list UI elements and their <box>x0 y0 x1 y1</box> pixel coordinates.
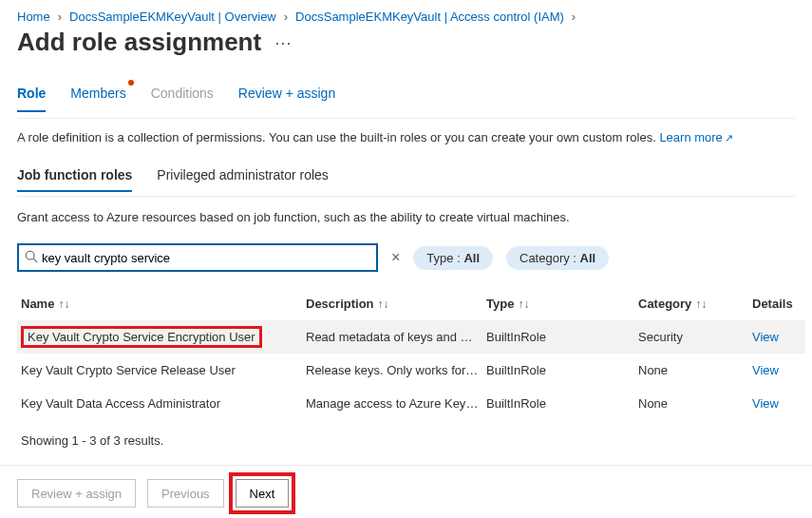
filter-type-value: All <box>463 251 480 265</box>
role-type-cell: BuiltInRole <box>482 387 634 420</box>
role-category-cell: None <box>634 354 748 387</box>
tab-members-label: Members <box>70 86 125 101</box>
role-description: A role definition is a collection of per… <box>17 130 795 144</box>
column-header-description[interactable]: Description ↑↓ <box>302 291 482 320</box>
results-count: Showing 1 - 3 of 3 results. <box>21 433 795 448</box>
column-header-category[interactable]: Category ↑↓ <box>634 291 748 320</box>
tab-conditions: Conditions <box>151 78 214 112</box>
role-name-cell: Key Vault Data Access Administrator <box>17 387 302 420</box>
job-function-description: Grant access to Azure resources based on… <box>17 210 795 224</box>
view-details-link[interactable]: View <box>752 396 779 411</box>
filter-type-label: Type : <box>426 251 463 265</box>
page-title: Add role assignment <box>17 28 261 57</box>
search-icon <box>25 250 38 266</box>
role-category-cell: Security <box>634 320 748 354</box>
role-type-tabs: Job function roles Privileged administra… <box>17 162 795 192</box>
clear-search-icon[interactable]: × <box>391 249 400 266</box>
review-assign-button: Review + assign <box>17 479 136 508</box>
role-description-cell: Read metadata of keys and p… <box>302 320 482 354</box>
breadcrumb: Home › DocsSampleEKMKeyVault | Overview … <box>0 0 812 24</box>
roles-table: Name ↑↓ Description ↑↓ Type ↑↓ Category … <box>17 291 795 420</box>
sort-icon: ↑↓ <box>518 297 529 311</box>
role-search-input[interactable] <box>42 251 370 265</box>
svg-line-1 <box>33 259 37 262</box>
attention-dot-icon <box>128 80 134 86</box>
svg-point-0 <box>26 251 34 259</box>
chevron-right-icon: › <box>284 10 288 24</box>
filter-type-pill[interactable]: Type : All <box>413 246 493 270</box>
tab-role[interactable]: Role <box>17 78 46 112</box>
sort-icon: ↑↓ <box>58 297 69 311</box>
next-button[interactable]: Next <box>236 479 290 508</box>
previous-button: Previous <box>147 479 224 508</box>
subtab-privileged-admin[interactable]: Privileged administrator roles <box>157 162 329 192</box>
column-header-details: Details <box>748 291 805 320</box>
tab-members[interactable]: Members <box>70 78 125 112</box>
learn-more-label: Learn more <box>659 130 722 144</box>
column-header-type[interactable]: Type ↑↓ <box>482 291 634 320</box>
breadcrumb-item-iam[interactable]: DocsSampleEKMKeyVault | Access control (… <box>295 10 564 24</box>
chevron-right-icon: › <box>572 10 576 24</box>
role-category-cell: None <box>634 387 748 420</box>
column-header-category-label: Category <box>638 297 691 311</box>
role-description-text: A role definition is a collection of per… <box>17 130 656 144</box>
column-header-description-label: Description <box>306 297 374 311</box>
role-name-highlight: Key Vault Crypto Service Encryption User <box>21 326 262 348</box>
breadcrumb-item-overview[interactable]: DocsSampleEKMKeyVault | Overview <box>69 10 276 24</box>
view-details-link[interactable]: View <box>752 330 779 344</box>
external-link-icon: ↗ <box>725 132 733 144</box>
column-header-type-label: Type <box>486 297 514 311</box>
role-search-field[interactable] <box>17 243 378 272</box>
wizard-footer: Review + assign Previous Next <box>0 465 812 518</box>
learn-more-link[interactable]: Learn more↗ <box>659 130 732 144</box>
role-type-cell: BuiltInRole <box>482 320 634 354</box>
wizard-tabs: Role Members Conditions Review + assign <box>17 78 795 112</box>
tab-review-assign[interactable]: Review + assign <box>238 78 335 112</box>
sort-icon: ↑↓ <box>378 297 389 311</box>
column-header-name-label: Name <box>21 297 54 311</box>
role-name-cell: Key Vault Crypto Service Release User <box>17 354 302 387</box>
role-description-cell: Manage access to Azure Key … <box>302 387 482 420</box>
filter-category-value: All <box>580 251 596 265</box>
breadcrumb-home[interactable]: Home <box>17 10 50 24</box>
sort-icon: ↑↓ <box>695 297 707 311</box>
role-description-cell: Release keys. Only works for … <box>302 354 482 387</box>
subtab-job-function[interactable]: Job function roles <box>17 162 132 192</box>
filter-category-label: Category : <box>519 251 580 265</box>
column-header-name[interactable]: Name ↑↓ <box>17 291 302 320</box>
more-icon[interactable]: ⋯ <box>274 32 292 53</box>
view-details-link[interactable]: View <box>752 363 779 377</box>
role-type-cell: BuiltInRole <box>482 354 634 387</box>
chevron-right-icon: › <box>58 10 62 24</box>
filter-category-pill[interactable]: Category : All <box>506 246 609 270</box>
